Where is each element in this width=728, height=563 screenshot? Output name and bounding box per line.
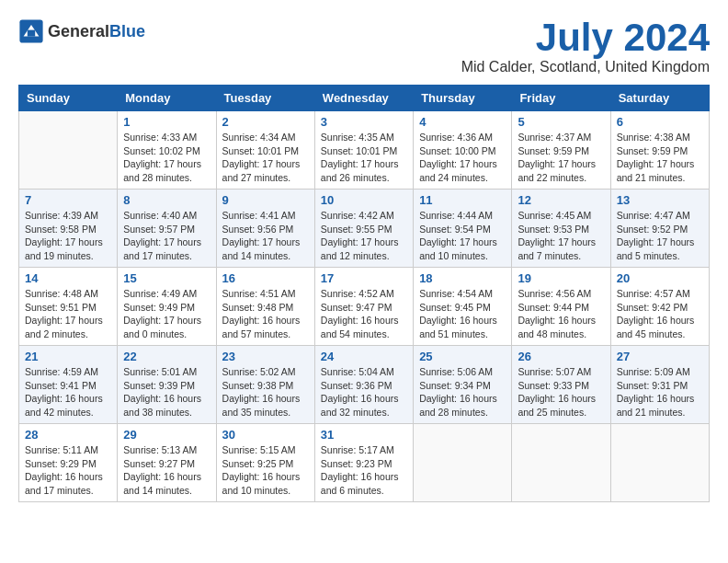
day-info: Sunrise: 5:15 AM Sunset: 9:25 PM Dayligh… [222,443,309,498]
day-number: 29 [123,428,210,442]
day-number: 28 [25,428,111,442]
day-number: 4 [419,115,506,129]
day-number: 12 [518,193,604,207]
calendar-cell: 30Sunrise: 5:15 AM Sunset: 9:25 PM Dayli… [216,424,314,502]
day-number: 30 [222,428,309,442]
location-subtitle: Mid Calder, Scotland, United Kingdom [461,59,710,75]
calendar-cell: 19Sunrise: 4:56 AM Sunset: 9:44 PM Dayli… [512,268,610,346]
day-info: Sunrise: 4:41 AM Sunset: 9:56 PM Dayligh… [222,209,309,263]
day-number: 19 [518,271,604,285]
day-info: Sunrise: 4:39 AM Sunset: 9:58 PM Dayligh… [25,209,111,263]
calendar-cell: 15Sunrise: 4:49 AM Sunset: 9:49 PM Dayli… [118,268,216,346]
logo: GeneralBlue [18,18,145,44]
weekday-header-wednesday: Wednesday [314,86,413,111]
day-number: 21 [25,350,111,363]
calendar-table: SundayMondayTuesdayWednesdayThursdayFrid… [18,85,710,502]
day-info: Sunrise: 4:52 AM Sunset: 9:47 PM Dayligh… [321,287,407,341]
day-number: 8 [123,193,210,207]
calendar-cell: 9Sunrise: 4:41 AM Sunset: 9:56 PM Daylig… [216,190,314,268]
day-number: 5 [518,115,604,129]
calendar-cell: 29Sunrise: 5:13 AM Sunset: 9:27 PM Dayli… [118,424,216,502]
day-number: 11 [419,193,506,207]
day-number: 9 [222,193,309,207]
day-number: 13 [617,193,703,207]
weekday-header-thursday: Thursday [414,86,512,111]
calendar-cell: 5Sunrise: 4:37 AM Sunset: 9:59 PM Daylig… [512,111,610,190]
day-info: Sunrise: 4:35 AM Sunset: 10:01 PM Daylig… [321,131,407,185]
day-number: 17 [321,271,407,285]
day-info: Sunrise: 4:48 AM Sunset: 9:51 PM Dayligh… [25,287,111,341]
calendar-cell: 26Sunrise: 5:07 AM Sunset: 9:33 PM Dayli… [512,346,610,424]
calendar-cell [414,424,512,502]
calendar-cell: 21Sunrise: 4:59 AM Sunset: 9:41 PM Dayli… [19,346,118,424]
day-info: Sunrise: 4:38 AM Sunset: 9:59 PM Dayligh… [617,131,703,185]
day-info: Sunrise: 4:59 AM Sunset: 9:41 PM Dayligh… [25,365,111,419]
day-number: 16 [222,271,309,285]
week-row-3: 14Sunrise: 4:48 AM Sunset: 9:51 PM Dayli… [19,268,710,346]
calendar-cell: 17Sunrise: 4:52 AM Sunset: 9:47 PM Dayli… [314,268,413,346]
week-row-1: 1Sunrise: 4:33 AM Sunset: 10:02 PM Dayli… [19,111,710,190]
logo-icon [18,18,44,44]
calendar-cell [610,424,709,502]
day-number: 18 [419,271,506,285]
calendar-cell: 22Sunrise: 5:01 AM Sunset: 9:39 PM Dayli… [118,346,216,424]
day-info: Sunrise: 5:04 AM Sunset: 9:36 PM Dayligh… [321,365,407,419]
calendar-cell: 23Sunrise: 5:02 AM Sunset: 9:38 PM Dayli… [216,346,314,424]
day-info: Sunrise: 4:34 AM Sunset: 10:01 PM Daylig… [222,131,309,185]
day-number: 26 [518,350,604,363]
day-info: Sunrise: 5:02 AM Sunset: 9:38 PM Dayligh… [222,365,309,419]
calendar-cell [512,424,610,502]
weekday-header-friday: Friday [512,86,610,111]
calendar-cell: 4Sunrise: 4:36 AM Sunset: 10:00 PM Dayli… [414,111,512,190]
day-info: Sunrise: 4:40 AM Sunset: 9:57 PM Dayligh… [123,209,210,263]
calendar-cell: 10Sunrise: 4:42 AM Sunset: 9:55 PM Dayli… [314,190,413,268]
day-info: Sunrise: 4:56 AM Sunset: 9:44 PM Dayligh… [518,287,604,341]
weekday-header-saturday: Saturday [610,86,709,111]
day-info: Sunrise: 4:36 AM Sunset: 10:00 PM Daylig… [419,131,506,185]
calendar-cell: 7Sunrise: 4:39 AM Sunset: 9:58 PM Daylig… [19,190,118,268]
day-number: 25 [419,350,506,363]
day-number: 10 [321,193,407,207]
calendar-cell: 14Sunrise: 4:48 AM Sunset: 9:51 PM Dayli… [19,268,118,346]
calendar-cell: 1Sunrise: 4:33 AM Sunset: 10:02 PM Dayli… [118,111,216,190]
day-number: 22 [123,350,210,363]
day-info: Sunrise: 4:54 AM Sunset: 9:45 PM Dayligh… [419,287,506,341]
week-row-4: 21Sunrise: 4:59 AM Sunset: 9:41 PM Dayli… [19,346,710,424]
day-number: 6 [617,115,703,129]
header: GeneralBlue July 2024 Mid Calder, Scotla… [18,18,710,75]
calendar-cell: 25Sunrise: 5:06 AM Sunset: 9:34 PM Dayli… [414,346,512,424]
day-info: Sunrise: 5:17 AM Sunset: 9:23 PM Dayligh… [321,443,407,498]
calendar-cell: 20Sunrise: 4:57 AM Sunset: 9:42 PM Dayli… [610,268,709,346]
weekday-header-sunday: Sunday [19,86,118,111]
day-number: 20 [617,271,703,285]
day-number: 14 [25,271,111,285]
day-info: Sunrise: 5:06 AM Sunset: 9:34 PM Dayligh… [419,365,506,419]
calendar-cell: 6Sunrise: 4:38 AM Sunset: 9:59 PM Daylig… [610,111,709,190]
calendar-cell: 16Sunrise: 4:51 AM Sunset: 9:48 PM Dayli… [216,268,314,346]
day-info: Sunrise: 5:07 AM Sunset: 9:33 PM Dayligh… [518,365,604,419]
calendar-cell: 8Sunrise: 4:40 AM Sunset: 9:57 PM Daylig… [118,190,216,268]
calendar-cell: 12Sunrise: 4:45 AM Sunset: 9:53 PM Dayli… [512,190,610,268]
day-number: 27 [617,350,703,363]
calendar-cell: 31Sunrise: 5:17 AM Sunset: 9:23 PM Dayli… [314,424,413,502]
weekday-header-tuesday: Tuesday [216,86,314,111]
week-row-2: 7Sunrise: 4:39 AM Sunset: 9:58 PM Daylig… [19,190,710,268]
calendar-cell: 18Sunrise: 4:54 AM Sunset: 9:45 PM Dayli… [414,268,512,346]
calendar-cell: 11Sunrise: 4:44 AM Sunset: 9:54 PM Dayli… [414,190,512,268]
calendar-cell: 2Sunrise: 4:34 AM Sunset: 10:01 PM Dayli… [216,111,314,190]
day-number: 23 [222,350,309,363]
calendar-cell: 28Sunrise: 5:11 AM Sunset: 9:29 PM Dayli… [19,424,118,502]
day-info: Sunrise: 4:42 AM Sunset: 9:55 PM Dayligh… [321,209,407,263]
calendar-cell [19,111,118,190]
day-number: 3 [321,115,407,129]
weekday-header-monday: Monday [118,86,216,111]
title-section: July 2024 Mid Calder, Scotland, United K… [461,18,710,75]
svg-rect-2 [28,30,35,37]
calendar-cell: 13Sunrise: 4:47 AM Sunset: 9:52 PM Dayli… [610,190,709,268]
logo-general: General [48,22,109,40]
day-info: Sunrise: 4:45 AM Sunset: 9:53 PM Dayligh… [518,209,604,263]
day-number: 1 [123,115,210,129]
month-year-title: July 2024 [461,18,710,57]
calendar-cell: 27Sunrise: 5:09 AM Sunset: 9:31 PM Dayli… [610,346,709,424]
day-info: Sunrise: 5:11 AM Sunset: 9:29 PM Dayligh… [25,443,111,498]
